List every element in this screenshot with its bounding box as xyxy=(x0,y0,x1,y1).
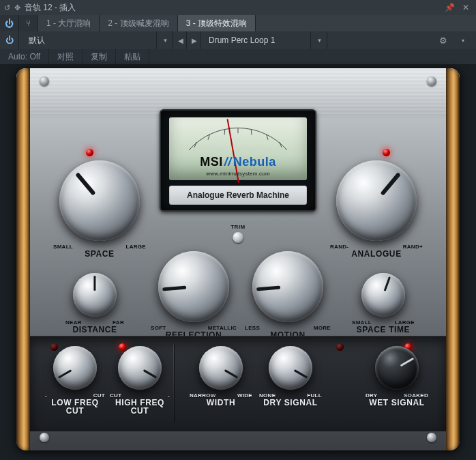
power-icon[interactable]: ⏻ xyxy=(0,15,19,31)
knob-label: SPACE TIME xyxy=(351,325,416,334)
compare-button[interactable]: 对照 xyxy=(49,49,83,64)
pin-icon[interactable]: 📌 xyxy=(443,1,456,14)
screw-icon xyxy=(40,76,49,86)
plugin-surface: MSI//Nebula www.minimalsystem.com Analog… xyxy=(0,64,476,460)
wet-signal-knob[interactable]: DRYSOAKED WET SIGNAL xyxy=(364,346,430,407)
source-name: Drum Perc Loop 1 xyxy=(209,35,275,45)
automation-toggle[interactable]: Auto: Off xyxy=(0,49,49,64)
screw-icon xyxy=(427,433,436,442)
svg-line-4 xyxy=(251,130,252,135)
screw-icon xyxy=(40,433,49,442)
gear-dropdown-icon[interactable]: ▾ xyxy=(456,31,471,49)
brand-url: www.minimalsystem.com xyxy=(169,171,307,177)
dry-led xyxy=(336,343,344,351)
knob-label: SPACE xyxy=(52,249,147,259)
preset-name: 默认 xyxy=(29,35,45,46)
nebula-panel: MSI//Nebula www.minimalsystem.com Analog… xyxy=(16,68,460,450)
trim-control[interactable]: TRIM xyxy=(230,224,246,243)
window-title: 音轨 12 - 插入 xyxy=(25,2,76,14)
trim-label: TRIM xyxy=(230,224,246,230)
trim-knob[interactable] xyxy=(233,232,243,243)
device-name-plate: Analogue Reverb Machine xyxy=(169,186,307,205)
preset-next-button[interactable]: ▶ xyxy=(188,31,200,49)
knob-label: WIDTH xyxy=(188,398,254,407)
preset-field[interactable]: 默认 xyxy=(20,31,157,49)
high-freq-cut-knob[interactable]: CUT- HIGH FREQ CUT xyxy=(108,346,171,416)
brand-logo: MSI//Nebula xyxy=(169,155,307,169)
svg-line-2 xyxy=(224,130,225,135)
plugin-toolbar: ⏻ 默认 ▼ ◀ ▶ Drum Perc Loop 1 ▼ ⚙ ▾ xyxy=(0,31,476,49)
drag-icon: ✥ xyxy=(14,3,20,12)
screw-icon xyxy=(427,76,436,86)
motion-knob[interactable]: LESSMORE MOTION xyxy=(243,251,332,340)
tab-label: 1 - 大厅混响 xyxy=(46,18,91,29)
paste-button[interactable]: 粘贴 xyxy=(116,49,149,64)
plugin-tab-row: ⏻ ⑂ 1 - 大厅混响 2 - 顶级喊麦混响 3 - 顶级特效混响 xyxy=(0,15,476,31)
reset-icon[interactable]: ↺ xyxy=(4,3,10,12)
low-freq-cut-knob[interactable]: -CUT LOW FREQ CUT xyxy=(44,346,106,416)
dry-signal-knob[interactable]: NONEFULL DRY SIGNAL xyxy=(258,346,323,407)
tab-slot-1[interactable]: 1 - 大厅混响 xyxy=(38,15,100,31)
tab-slot-3[interactable]: 3 - 顶级特效混响 xyxy=(178,15,256,31)
analogue-knob[interactable]: RAND-RAND+ ANALOGUE xyxy=(329,160,424,259)
source-dropdown-icon[interactable]: ▼ xyxy=(312,31,327,49)
gear-icon[interactable]: ⚙ xyxy=(439,35,454,46)
tab-label: 3 - 顶级特效混响 xyxy=(186,18,247,29)
status-led-left xyxy=(86,149,93,156)
knob-label: DRY SIGNAL xyxy=(258,398,323,407)
reflection-knob[interactable]: SOFTMETALLIC REFLECTION xyxy=(149,251,238,340)
distance-knob[interactable]: NEARFAR DISTANCE xyxy=(64,273,125,334)
preset-dropdown-icon[interactable]: ▼ xyxy=(158,31,173,49)
space-knob[interactable]: SMALLLARGE SPACE xyxy=(52,160,147,259)
copy-button[interactable]: 复制 xyxy=(83,49,116,64)
tab-slot-2[interactable]: 2 - 顶级喊麦混响 xyxy=(100,15,177,31)
preset-prev-button[interactable]: ◀ xyxy=(175,31,187,49)
source-field[interactable]: Drum Perc Loop 1 xyxy=(202,31,311,49)
vu-meter: MSI//Nebula www.minimalsystem.com Analog… xyxy=(160,109,316,212)
section-divider xyxy=(173,345,174,422)
knob-label: DISTANCE xyxy=(64,325,125,334)
bypass-icon[interactable]: ⑂ xyxy=(19,15,38,31)
automation-row: Auto: Off 对照 复制 粘贴 xyxy=(0,49,476,64)
knob-label: ANALOGUE xyxy=(329,249,424,259)
spacetime-knob[interactable]: SMALLLARGE SPACE TIME xyxy=(351,273,416,334)
knob-label: WET SIGNAL xyxy=(364,398,430,407)
width-knob[interactable]: NARROWWIDE WIDTH xyxy=(188,346,254,407)
window-titlebar[interactable]: ↺ ✥ 音轨 12 - 插入 📌 ✕ xyxy=(0,0,476,15)
status-led-right xyxy=(383,149,390,156)
close-icon[interactable]: ✕ xyxy=(460,1,472,14)
tab-label: 2 - 顶级喊麦混响 xyxy=(108,18,168,29)
enable-icon[interactable]: ⏻ xyxy=(0,31,19,49)
lower-section: -CUT LOW FREQ CUT CUT- HIGH FREQ CUT NAR… xyxy=(30,336,446,431)
